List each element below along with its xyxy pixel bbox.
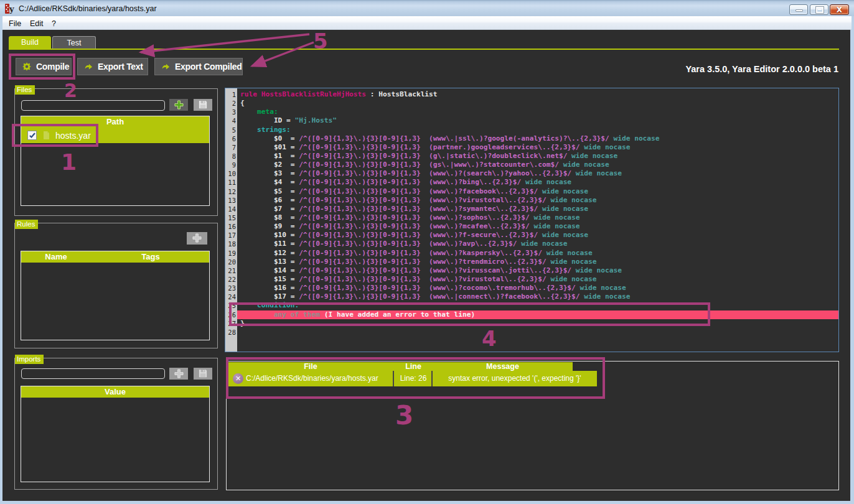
close-button[interactable]: X xyxy=(830,4,849,15)
code-line-18: $11 = /^([0-9]{1,3}\.){3}[0-9]{1,3} (www… xyxy=(237,240,838,248)
export-text-label: Export Text xyxy=(98,62,143,72)
code-line-21: $14 = /^([0-9]{1,3}\.){3}[0-9]{1,3} (www… xyxy=(237,266,838,275)
version-label: Yara 3.5.0, Yara Editor 2.0.0.0 beta 1 xyxy=(685,64,838,74)
minimize-icon xyxy=(795,9,803,12)
imports-add-button[interactable] xyxy=(169,368,188,380)
code-line-14: $7 = /^([0-9]{1,3}\.){3}[0-9]{1,3} (www\… xyxy=(237,205,838,213)
floppy-icon xyxy=(199,100,207,109)
tab-build[interactable]: Build xyxy=(9,36,51,49)
code-line-17: $10 = /^([0-9]{1,3}\.){3}[0-9]{1,3} (www… xyxy=(237,231,838,240)
annotation-rect-2-compile xyxy=(9,54,75,80)
imports-groupbox: Imports Value xyxy=(14,358,218,490)
annotation-rect-4-condition xyxy=(229,302,710,326)
menu-bar: File Edit ? xyxy=(2,16,852,30)
export-arrow-icon xyxy=(84,62,93,71)
rules-group-label: Rules xyxy=(15,220,38,229)
app-window: y C:/Adlice/RKSdk/binaries/yara/hosts.ya… xyxy=(0,0,854,504)
code-line-16: $9 = /^([0-9]{1,3}\.){3}[0-9]{1,3} (www\… xyxy=(237,222,838,231)
maximize-button[interactable] xyxy=(810,4,828,15)
floppy-icon xyxy=(199,369,207,378)
svg-text:y: y xyxy=(9,4,14,14)
code-line-20: $13 = /^([0-9]{1,3}\.){3}[0-9]{1,3} (www… xyxy=(237,258,838,266)
export-arrow-icon xyxy=(161,62,170,71)
files-search-input[interactable] xyxy=(21,100,165,111)
annotation-number-2: 2 xyxy=(64,80,77,101)
export-compiled-button[interactable]: Export Compiled xyxy=(154,58,243,75)
code-line-2: { xyxy=(237,99,838,108)
close-icon: X xyxy=(830,6,848,14)
rules-table-header: Name Tags xyxy=(21,251,209,263)
imports-group-label: Imports xyxy=(15,355,44,364)
code-line-28 xyxy=(237,328,838,337)
rules-add-button[interactable] xyxy=(187,232,207,245)
annotation-rect-3-error-table xyxy=(226,357,605,399)
files-add-button[interactable] xyxy=(169,99,188,111)
plus-icon xyxy=(174,369,184,378)
code-line-1: rule HostsBlacklistRuleHjHosts : HostsBl… xyxy=(237,90,838,99)
imports-save-button[interactable] xyxy=(194,368,212,380)
rules-groupbox: Rules Name Tags xyxy=(14,223,218,348)
code-line-15: $8 = /^([0-9]{1,3}\.){3}[0-9]{1,3} (www\… xyxy=(237,213,838,222)
code-line-12: $5 = /^([0-9]{1,3}\.){3}[0-9]{1,3} (www\… xyxy=(237,187,838,196)
export-compiled-label: Export Compiled xyxy=(175,62,242,72)
annotation-number-4: 4 xyxy=(482,326,497,351)
tab-test[interactable]: Test xyxy=(52,36,96,49)
code-line-5: strings: xyxy=(237,126,838,134)
rules-header-tags: Tags xyxy=(91,251,210,263)
files-groupbox: Files Path xyxy=(14,88,218,216)
imports-table-header: Value xyxy=(21,386,209,398)
imports-table[interactable]: Value xyxy=(21,386,210,482)
client-area: Build Test Compile Export Text Export Co… xyxy=(2,30,850,501)
menu-help[interactable]: ? xyxy=(52,19,56,29)
code-line-22: $15 = /^([0-9]{1,3}\.){3}[0-9]{1,3} (www… xyxy=(237,275,838,284)
code-line-3: meta: xyxy=(237,108,838,116)
window-title: C:/Adlice/RKSdk/binaries/yara/hosts.yar xyxy=(19,4,157,14)
menu-file[interactable]: File xyxy=(9,19,21,29)
files-save-button[interactable] xyxy=(194,99,212,111)
code-line-6: $0 = /^([0-9]{1,3}\.){3}[0-9]{1,3} (www\… xyxy=(237,134,838,143)
annotation-number-1: 1 xyxy=(61,149,77,175)
code-line-10: $3 = /^([0-9]{1,3}\.){3}[0-9]{1,3} (www\… xyxy=(237,169,838,178)
app-icon: y xyxy=(5,4,15,14)
rules-header-name: Name xyxy=(21,251,91,263)
files-group-label: Files xyxy=(15,85,35,95)
annotation-rect-1-files-row xyxy=(12,124,98,147)
code-line-11: $4 = /^([0-9]{1,3}\.){3}[0-9]{1,3} (www\… xyxy=(237,178,838,187)
tab-underline xyxy=(9,49,839,50)
code-line-8: $1 = /^([0-9]{1,3}\.){3}[0-9]{1,3} (g\.|… xyxy=(237,152,838,161)
annotation-number-5: 5 xyxy=(313,29,328,54)
minimize-button[interactable] xyxy=(789,4,808,15)
title-bar: y C:/Adlice/RKSdk/binaries/yara/hosts.ya… xyxy=(0,0,854,16)
plus-icon xyxy=(174,100,184,110)
menu-edit[interactable]: Edit xyxy=(30,19,44,29)
code-line-13: $6 = /^([0-9]{1,3}\.){3}[0-9]{1,3} (www\… xyxy=(237,196,838,205)
code-line-7: $01 = /^([0-9]{1,3}\.){3}[0-9]{1,3} (par… xyxy=(237,143,838,152)
export-text-button[interactable]: Export Text xyxy=(77,58,148,75)
code-line-23: $16 = /^([0-9]{1,3}\.){3}[0-9]{1,3} (www… xyxy=(237,284,838,292)
code-line-4: ID = "Hj.Hosts" xyxy=(237,116,838,125)
rules-table[interactable]: Name Tags xyxy=(21,251,210,340)
imports-header-value: Value xyxy=(21,386,209,398)
imports-search-input[interactable] xyxy=(21,368,165,379)
annotation-number-3: 3 xyxy=(395,400,413,431)
code-line-19: $12 = /^([0-9]{1,3}\.){3}[0-9]{1,3} (www… xyxy=(237,249,838,258)
plus-icon xyxy=(192,233,202,243)
maximize-icon xyxy=(816,7,824,13)
code-line-24: $17 = /^([0-9]{1,3}\.){3}[0-9]{1,3} (www… xyxy=(237,292,838,301)
code-line-9: $2 = /^([0-9]{1,3}\.){3}[0-9]{1,3} (gs\.… xyxy=(237,161,838,169)
